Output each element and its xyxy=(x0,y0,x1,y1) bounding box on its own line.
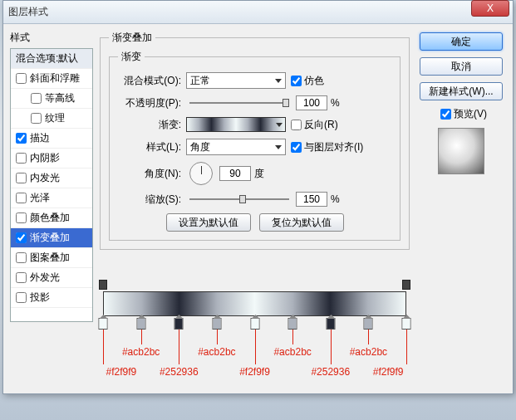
style-item[interactable]: 颜色叠加 xyxy=(11,208,92,228)
style-item[interactable]: 纹理 xyxy=(11,109,92,129)
color-stop[interactable] xyxy=(99,318,108,330)
opacity-input[interactable]: 100 xyxy=(296,95,327,110)
group-title: 渐变叠加 xyxy=(109,31,155,45)
reverse-checkbox[interactable]: 反向(R) xyxy=(291,118,338,132)
close-button[interactable]: X xyxy=(471,0,509,17)
annotation-tick xyxy=(103,330,104,364)
style-item[interactable]: 内发光 xyxy=(11,168,92,188)
close-icon: X xyxy=(487,2,494,14)
style-item-checkbox[interactable] xyxy=(16,153,27,164)
color-stop[interactable] xyxy=(364,318,373,330)
style-item-checkbox[interactable] xyxy=(16,173,27,183)
style-item-checkbox[interactable] xyxy=(16,133,27,144)
chevron-down-icon xyxy=(276,123,283,127)
make-default-button[interactable]: 设置为默认值 xyxy=(166,213,251,232)
styles-heading: 样式 xyxy=(10,31,93,45)
opacity-stop[interactable] xyxy=(99,280,107,290)
style-item-checkbox[interactable] xyxy=(16,193,27,203)
annotation-tick xyxy=(406,330,407,364)
style-item[interactable]: 描边 xyxy=(11,129,92,149)
annotation-tick xyxy=(368,330,369,344)
scale-label: 缩放(S): xyxy=(118,193,186,207)
style-item-checkbox[interactable] xyxy=(16,212,27,223)
style-item-checkbox[interactable] xyxy=(31,93,42,104)
dither-checkbox[interactable]: 仿色 xyxy=(291,74,324,88)
preview-checkbox[interactable]: 预览(V) xyxy=(440,107,487,121)
style-item[interactable]: 内阴影 xyxy=(11,149,92,168)
style-item[interactable]: 图案叠加 xyxy=(11,248,92,268)
gradient-editor: #acb2bc#acb2bc#acb2bc#acb2bc#f2f9f9#2529… xyxy=(103,275,406,391)
new-style-button[interactable]: 新建样式(W)... xyxy=(420,82,503,100)
style-item[interactable]: 斜面和浮雕 xyxy=(11,69,92,89)
window-title: 图层样式 xyxy=(8,5,508,19)
annotation-label: #252936 xyxy=(160,366,199,378)
style-select[interactable]: 角度 xyxy=(186,139,286,155)
preview-swatch xyxy=(438,128,484,174)
annotation-tick xyxy=(141,330,142,344)
style-item-label: 内发光 xyxy=(30,171,60,185)
style-item-checkbox[interactable] xyxy=(16,73,27,84)
blending-options-header[interactable]: 混合选项:默认 xyxy=(11,49,92,69)
style-item-checkbox[interactable] xyxy=(16,272,27,283)
opacity-stop[interactable] xyxy=(402,280,410,290)
chevron-down-icon xyxy=(275,79,282,83)
cancel-button[interactable]: 取消 xyxy=(420,57,503,76)
style-item-label: 纹理 xyxy=(45,111,65,125)
color-stop[interactable] xyxy=(212,318,221,330)
style-item-label: 斜面和浮雕 xyxy=(30,71,80,85)
style-item[interactable]: 渐变叠加 xyxy=(11,228,92,248)
style-item[interactable]: 外发光 xyxy=(11,268,92,288)
color-stop[interactable] xyxy=(402,318,411,330)
color-stop[interactable] xyxy=(136,318,145,330)
annotation-label: #f2f9f9 xyxy=(373,366,404,378)
color-stop[interactable] xyxy=(250,318,259,330)
blend-mode-select[interactable]: 正常 xyxy=(186,72,286,89)
style-item-label: 颜色叠加 xyxy=(30,211,70,225)
opacity-slider[interactable] xyxy=(189,102,289,104)
style-item-label: 描边 xyxy=(30,131,50,145)
opacity-label: 不透明度(P): xyxy=(118,96,186,110)
titlebar[interactable]: 图层样式 X xyxy=(3,1,513,24)
color-stop[interactable] xyxy=(326,318,335,330)
style-item-checkbox[interactable] xyxy=(16,292,27,303)
style-list: 混合选项:默认 斜面和浮雕等高线纹理描边内阴影内发光光泽颜色叠加渐变叠加图案叠加… xyxy=(10,48,93,322)
style-item-label: 外发光 xyxy=(30,271,60,285)
style-item-checkbox[interactable] xyxy=(31,113,42,124)
gradient-label: 渐变: xyxy=(118,118,186,132)
angle-dial[interactable] xyxy=(189,162,213,185)
action-panel: 确定 取消 新建样式(W)... 预览(V) xyxy=(416,31,506,387)
gradient-subgroup: 渐变 混合模式(O): 正常 仿色 不透明度(P): 100 % 渐变: xyxy=(109,50,401,241)
style-item[interactable]: 光泽 xyxy=(11,188,92,208)
styles-panel: 样式 混合选项:默认 斜面和浮雕等高线纹理描边内阴影内发光光泽颜色叠加渐变叠加图… xyxy=(10,31,93,387)
style-item-checkbox[interactable] xyxy=(16,232,27,243)
style-label: 样式(L): xyxy=(118,140,186,154)
angle-input[interactable]: 90 xyxy=(219,166,251,181)
style-item-checkbox[interactable] xyxy=(16,252,27,263)
annotation-label: #252936 xyxy=(311,366,350,378)
annotation-label: #f2f9f9 xyxy=(239,366,270,378)
style-item-label: 图案叠加 xyxy=(30,251,70,265)
layer-style-dialog: 图层样式 X 样式 混合选项:默认 斜面和浮雕等高线纹理描边内阴影内发光光泽颜色… xyxy=(2,0,514,394)
angle-label: 角度(N): xyxy=(118,167,186,181)
style-item-label: 等高线 xyxy=(45,91,75,105)
annotation-tick xyxy=(292,330,293,344)
annotation-label: #acb2bc xyxy=(122,346,160,358)
annotation-label: #f2f9f9 xyxy=(106,366,137,378)
style-item[interactable]: 投影 xyxy=(11,288,92,308)
style-item-label: 投影 xyxy=(30,291,50,305)
reset-default-button[interactable]: 复位为默认值 xyxy=(259,213,344,232)
style-item[interactable]: 等高线 xyxy=(11,89,92,109)
scale-input[interactable]: 150 xyxy=(296,192,327,207)
blend-mode-label: 混合模式(O): xyxy=(118,74,186,88)
color-stop[interactable] xyxy=(174,318,184,330)
gradient-overlay-group: 渐变叠加 渐变 混合模式(O): 正常 仿色 不透明度(P): 100 % xyxy=(100,31,410,250)
align-checkbox[interactable]: 与图层对齐(I) xyxy=(291,140,363,154)
annotation-tick xyxy=(217,330,218,344)
scale-slider[interactable] xyxy=(189,198,289,200)
gradient-bar[interactable] xyxy=(103,291,406,316)
annotation-label: #acb2bc xyxy=(198,346,235,358)
gradient-picker[interactable] xyxy=(186,117,286,132)
ok-button[interactable]: 确定 xyxy=(420,32,503,51)
annotation-label: #acb2bc xyxy=(273,346,311,358)
color-stop[interactable] xyxy=(288,318,297,330)
